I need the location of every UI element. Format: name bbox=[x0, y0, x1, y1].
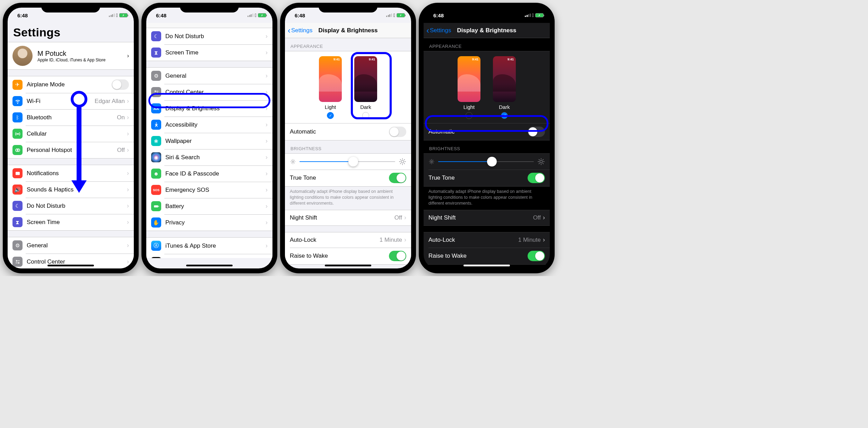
wallpaper-row[interactable]: ❀Wallpaper› bbox=[146, 133, 272, 149]
true-tone-toggle[interactable] bbox=[528, 173, 545, 183]
dnd-row[interactable]: ☾ Do Not Disturb › bbox=[8, 198, 134, 214]
wifi-icon: 􀙇 bbox=[393, 12, 395, 18]
home-indicator[interactable] bbox=[186, 265, 233, 266]
settings-scrolled-content[interactable]: ☾ Do Not Disturb › ⧗ Screen Time › ⚙︎Gen… bbox=[146, 28, 272, 258]
svg-line-32 bbox=[400, 160, 401, 160]
display-content[interactable]: APPEARANCE 9:41 Light ✓ 9:41 Dark Autom bbox=[285, 38, 411, 268]
bluetooth-row[interactable]: ᛒ Bluetooth On › bbox=[8, 109, 134, 126]
appearance-light[interactable]: 9:41 Light ✓ bbox=[319, 56, 342, 119]
airplane-mode-row[interactable]: ✈︎ Airplane Mode bbox=[8, 76, 134, 93]
notifications-icon bbox=[12, 168, 23, 178]
true-tone-row[interactable]: True Tone bbox=[285, 170, 411, 186]
brightness-slider-row[interactable] bbox=[424, 154, 550, 170]
appearance-dark[interactable]: 9:41 Dark ✓ bbox=[493, 56, 516, 119]
wifi-icon: 􀙇 bbox=[255, 12, 257, 18]
status-time: 6:48 bbox=[433, 12, 444, 18]
siri-icon: ◉ bbox=[151, 152, 161, 162]
gear-icon: ⚙︎ bbox=[151, 71, 161, 81]
dark-radio[interactable] bbox=[362, 112, 369, 119]
svg-line-35 bbox=[404, 160, 405, 160]
appearance-dark[interactable]: 9:41 Dark bbox=[354, 56, 377, 119]
display-brightness-row[interactable]: AADisplay & Brightness› bbox=[146, 100, 272, 117]
cellular-row[interactable]: Cellular › bbox=[8, 126, 134, 142]
accessibility-row[interactable]: Accessibility› bbox=[146, 117, 272, 133]
svg-line-41 bbox=[430, 160, 431, 161]
true-tone-footnote: Automatically adapt iPhone display based… bbox=[424, 187, 550, 210]
true-tone-toggle[interactable] bbox=[389, 173, 406, 183]
faceid-row[interactable]: ☻Face ID & Passcode› bbox=[146, 165, 272, 182]
privacy-row[interactable]: ✋Privacy› bbox=[146, 214, 272, 231]
night-shift-row[interactable]: Night Shift Off › bbox=[285, 210, 411, 225]
brightness-slider-row[interactable] bbox=[285, 154, 411, 170]
sun-small-icon bbox=[290, 159, 296, 165]
sos-row[interactable]: SOSEmergency SOS› bbox=[146, 182, 272, 198]
appstore-row[interactable]: ⒶiTunes & App Store› bbox=[146, 238, 272, 254]
avatar bbox=[12, 46, 33, 66]
chevron-right-icon: › bbox=[404, 236, 406, 243]
alerts-group: Notifications › 🔊 Sounds & Haptics › ☾ D… bbox=[8, 165, 134, 231]
wallet-row[interactable]: Wallet & Apple Pay› bbox=[146, 254, 272, 258]
faceid-icon: ☻ bbox=[151, 169, 161, 179]
auto-lock-row[interactable]: Auto-Lock 1 Minute › bbox=[285, 232, 411, 248]
battery-icon: ⚡︎ bbox=[397, 13, 405, 17]
back-button[interactable]: ‹Settings bbox=[288, 26, 312, 35]
raise-to-wake-row[interactable]: Raise to Wake bbox=[285, 248, 411, 264]
true-tone-row[interactable]: True Tone bbox=[424, 170, 550, 186]
nav-title: Display & Brightness bbox=[457, 27, 517, 34]
home-indicator[interactable] bbox=[47, 265, 94, 266]
battery-icon: ⚡︎ bbox=[535, 13, 544, 17]
wifi-icon bbox=[12, 96, 23, 106]
settings-content[interactable]: Settings M Potuck Apple ID, iCloud, iTun… bbox=[8, 23, 134, 268]
sos-icon: SOS bbox=[151, 185, 161, 195]
svg-line-52 bbox=[539, 163, 540, 164]
general-row[interactable]: ⚙︎ General › bbox=[8, 237, 134, 254]
light-preview: 9:41 bbox=[319, 56, 342, 102]
back-button[interactable]: ‹Settings bbox=[426, 26, 451, 35]
appearance-picker: 9:41 Light ✓ 9:41 Dark bbox=[285, 51, 411, 123]
screentime-row[interactable]: ⧗ Screen Time › bbox=[8, 214, 134, 230]
brightness-header: BRIGHTNESS bbox=[285, 140, 411, 153]
wallet-icon bbox=[151, 257, 161, 258]
apple-id-row[interactable]: M Potuck Apple ID, iCloud, iTunes & App … bbox=[8, 42, 134, 70]
display-content-dark[interactable]: APPEARANCE 9:41 Light 9:41 Dark ✓ Autom bbox=[424, 38, 550, 268]
appearance-light[interactable]: 9:41 Light bbox=[458, 56, 480, 119]
appstore-icon: Ⓐ bbox=[151, 241, 161, 251]
notifications-row[interactable]: Notifications › bbox=[8, 165, 134, 181]
control-center-row[interactable]: Control Center› bbox=[146, 84, 272, 100]
svg-rect-3 bbox=[16, 172, 20, 175]
home-indicator[interactable] bbox=[325, 265, 371, 266]
automatic-toggle[interactable] bbox=[528, 127, 545, 137]
notch bbox=[41, 3, 100, 12]
battery-row[interactable]: Battery› bbox=[146, 198, 272, 214]
raise-to-wake-toggle[interactable] bbox=[528, 251, 545, 261]
phone-frame-1: 6:48 􀙇 ⚡︎ Settings M Potuck Apple ID, iC… bbox=[3, 3, 139, 273]
svg-line-43 bbox=[430, 163, 431, 163]
brightness-slider[interactable] bbox=[438, 161, 534, 162]
light-radio[interactable]: ✓ bbox=[327, 112, 334, 119]
automatic-row[interactable]: Automatic bbox=[424, 123, 550, 140]
moon-icon: ☾ bbox=[151, 31, 161, 41]
general-row[interactable]: ⚙︎General› bbox=[146, 68, 272, 84]
raise-to-wake-toggle[interactable] bbox=[389, 251, 406, 261]
airplane-toggle[interactable] bbox=[112, 79, 129, 90]
sun-large-icon bbox=[537, 158, 545, 165]
screentime-row[interactable]: ⧗ Screen Time › bbox=[146, 44, 272, 61]
home-indicator[interactable] bbox=[463, 265, 510, 266]
night-shift-row[interactable]: Night Shift Off › bbox=[424, 210, 550, 225]
automatic-toggle[interactable] bbox=[389, 127, 406, 137]
light-radio[interactable] bbox=[466, 112, 472, 119]
auto-lock-row[interactable]: Auto-Lock 1 Minute › bbox=[424, 232, 550, 248]
brightness-slider[interactable] bbox=[300, 161, 395, 162]
dark-radio[interactable]: ✓ bbox=[501, 112, 508, 119]
hotspot-row[interactable]: Personal Hotspot Off › bbox=[8, 142, 134, 158]
svg-point-27 bbox=[401, 160, 403, 163]
siri-row[interactable]: ◉Siri & Search› bbox=[146, 149, 272, 165]
sounds-row[interactable]: 🔊 Sounds & Haptics › bbox=[8, 181, 134, 198]
dnd-row[interactable]: ☾ Do Not Disturb › bbox=[146, 28, 272, 44]
raise-to-wake-row[interactable]: Raise to Wake bbox=[424, 248, 550, 264]
svg-line-42 bbox=[433, 163, 433, 163]
signal-icon bbox=[386, 14, 392, 17]
automatic-row[interactable]: Automatic bbox=[285, 123, 411, 140]
chevron-right-icon: › bbox=[127, 53, 129, 59]
battery-icon: ⚡︎ bbox=[119, 13, 128, 17]
